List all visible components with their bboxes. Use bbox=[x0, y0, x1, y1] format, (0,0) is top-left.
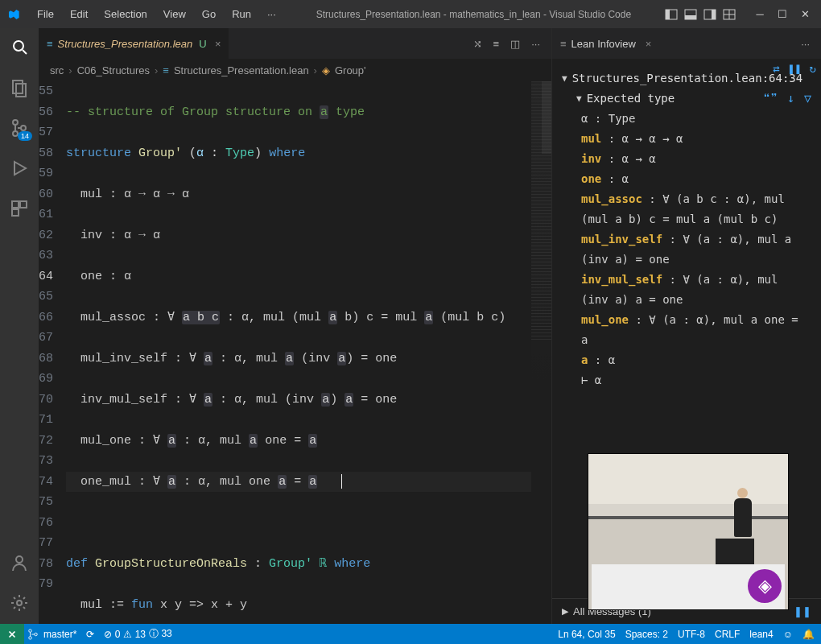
svg-marker-16 bbox=[14, 162, 26, 175]
menu-selection[interactable]: Selection bbox=[97, 5, 153, 23]
infoview-toolbar: ⇄ ❚❚ ↻ bbox=[773, 59, 816, 79]
panel-close-icon[interactable]: × bbox=[646, 38, 652, 50]
split-editor-icon[interactable]: ◫ bbox=[510, 38, 520, 50]
tab-label: Structures_Presentation.lean bbox=[58, 38, 193, 50]
minimap-scroll-thumb[interactable] bbox=[542, 81, 551, 154]
eol[interactable]: CRLF bbox=[715, 629, 740, 640]
breadcrumb-file[interactable]: Structures_Presentation.lean bbox=[174, 64, 309, 76]
svg-point-22 bbox=[29, 629, 32, 632]
sync-icon[interactable]: ⟳ bbox=[86, 629, 94, 640]
svg-rect-18 bbox=[20, 201, 27, 208]
disclosure-triangle-icon[interactable]: ▶ bbox=[562, 606, 568, 617]
file-icon: ≡ bbox=[163, 64, 169, 76]
menu-view[interactable]: View bbox=[157, 5, 192, 23]
panel-tab-label: Lean Infoview bbox=[571, 38, 636, 50]
svg-point-9 bbox=[14, 41, 23, 51]
svg-point-24 bbox=[35, 633, 38, 636]
status-bar: master* ⟳ ⊘ 0⚠ 13ⓘ 33 Ln 64, Col 35 Spac… bbox=[0, 624, 821, 644]
breadcrumb-symbol[interactable]: Group' bbox=[335, 64, 366, 76]
code-editor[interactable]: 5556575859606162636465666768697071727374… bbox=[39, 81, 551, 624]
infoview-actions: ❝❞ ↓ ▽ bbox=[763, 89, 811, 109]
close-icon[interactable]: ✕ bbox=[798, 8, 811, 20]
menu-run[interactable]: Run bbox=[225, 5, 258, 23]
svg-point-23 bbox=[29, 636, 32, 639]
down-arrow-icon[interactable]: ↓ bbox=[787, 89, 794, 109]
list-icon: ≡ bbox=[560, 38, 567, 50]
pause-icon[interactable]: ❚❚ bbox=[788, 59, 802, 79]
run-icon[interactable]: ≡ bbox=[493, 38, 500, 50]
svg-point-21 bbox=[17, 601, 22, 605]
breadcrumbs[interactable]: src› C06_Structures› ≡ Structures_Presen… bbox=[39, 59, 551, 81]
problems-indicator[interactable]: ⊘ 0⚠ 13ⓘ 33 bbox=[104, 627, 171, 641]
pin-icon[interactable]: ⇄ bbox=[773, 59, 779, 79]
editor-actions: ⤭ ≡ ◫ ··· bbox=[462, 28, 551, 59]
menu-more[interactable]: ··· bbox=[261, 5, 283, 23]
disclosure-triangle-icon[interactable]: ▼ bbox=[562, 68, 567, 89]
text-cursor bbox=[341, 474, 342, 489]
extensions-icon[interactable] bbox=[8, 197, 31, 220]
layout-custom-icon[interactable] bbox=[723, 8, 736, 21]
title-bar: File Edit Selection View Go Run ··· Stru… bbox=[0, 0, 821, 28]
feedback-icon[interactable]: ☺ bbox=[783, 629, 793, 640]
maximize-icon[interactable]: ☐ bbox=[776, 8, 789, 20]
language-mode[interactable]: lean4 bbox=[749, 629, 773, 640]
svg-rect-11 bbox=[13, 80, 23, 93]
svg-point-20 bbox=[16, 556, 23, 563]
layout-bottom-icon[interactable] bbox=[684, 8, 697, 21]
vscode-logo-icon bbox=[6, 7, 21, 22]
search-icon[interactable] bbox=[8, 36, 31, 59]
svg-rect-17 bbox=[12, 201, 19, 208]
explorer-icon[interactable] bbox=[8, 76, 31, 99]
quote-icon[interactable]: ❝❞ bbox=[763, 89, 778, 109]
svg-line-10 bbox=[23, 50, 27, 54]
svg-point-15 bbox=[21, 126, 26, 130]
channel-logo-icon: ◈ bbox=[748, 569, 782, 603]
breadcrumb-folder[interactable]: C06_Structures bbox=[77, 64, 150, 76]
run-debug-icon[interactable] bbox=[8, 157, 31, 180]
indentation[interactable]: Spaces: 2 bbox=[625, 629, 668, 640]
layout-left-icon[interactable] bbox=[665, 8, 678, 21]
minimize-icon[interactable]: ─ bbox=[753, 8, 766, 20]
video-thumbnail[interactable]: ◈ bbox=[588, 453, 789, 610]
svg-rect-5 bbox=[712, 10, 716, 19]
symbol-icon: ◈ bbox=[322, 64, 330, 76]
svg-point-13 bbox=[13, 120, 18, 125]
settings-gear-icon[interactable] bbox=[8, 592, 31, 614]
infoview-location: Structures_Presentation.lean:64:34 bbox=[572, 68, 803, 89]
window-title: Structures_Presentation.lean - mathemati… bbox=[286, 9, 662, 20]
menu-go[interactable]: Go bbox=[196, 5, 222, 23]
svg-rect-1 bbox=[666, 10, 670, 19]
source-control-icon[interactable]: 14 bbox=[8, 117, 31, 139]
git-branch[interactable]: master* bbox=[27, 629, 76, 640]
layout-icons bbox=[665, 8, 736, 21]
menu-edit[interactable]: Edit bbox=[64, 5, 94, 23]
presenter-figure bbox=[734, 498, 752, 537]
compare-changes-icon[interactable]: ⤭ bbox=[473, 38, 482, 50]
code-content[interactable]: -- structure of Group structure on a typ… bbox=[66, 81, 531, 624]
panel-more-icon[interactable]: ··· bbox=[801, 38, 821, 50]
tab-structures-presentation[interactable]: ≡ Structures_Presentation.lean U × bbox=[39, 28, 229, 59]
breadcrumb-src[interactable]: src bbox=[50, 64, 64, 76]
tab-modified: U bbox=[199, 38, 206, 50]
encoding[interactable]: UTF-8 bbox=[678, 629, 705, 640]
more-actions-icon[interactable]: ··· bbox=[531, 38, 540, 50]
filter-icon[interactable]: ▽ bbox=[804, 89, 811, 109]
svg-rect-3 bbox=[685, 15, 696, 19]
layout-right-icon[interactable] bbox=[703, 8, 716, 21]
notifications-icon[interactable]: 🔔 bbox=[802, 629, 815, 640]
editor-group: ≡ Structures_Presentation.lean U × ⤭ ≡ ◫… bbox=[39, 28, 551, 624]
tab-close-icon[interactable]: × bbox=[215, 38, 221, 50]
menu-file[interactable]: File bbox=[31, 5, 60, 23]
tab-lean-infoview[interactable]: ≡ Lean Infoview × bbox=[560, 38, 651, 50]
svg-rect-19 bbox=[12, 209, 19, 216]
remote-indicator[interactable] bbox=[0, 624, 24, 644]
refresh-icon[interactable]: ↻ bbox=[810, 59, 816, 79]
account-icon[interactable] bbox=[8, 551, 31, 574]
disclosure-triangle-icon[interactable]: ▼ bbox=[576, 89, 582, 109]
expected-type-header: Expected type bbox=[587, 89, 675, 109]
minimap[interactable] bbox=[531, 81, 551, 624]
cursor-position[interactable]: Ln 64, Col 35 bbox=[558, 629, 615, 640]
file-icon: ≡ bbox=[47, 38, 53, 50]
pause-icon[interactable]: ❚❚ bbox=[794, 605, 811, 617]
activity-bar: 14 bbox=[0, 28, 39, 624]
